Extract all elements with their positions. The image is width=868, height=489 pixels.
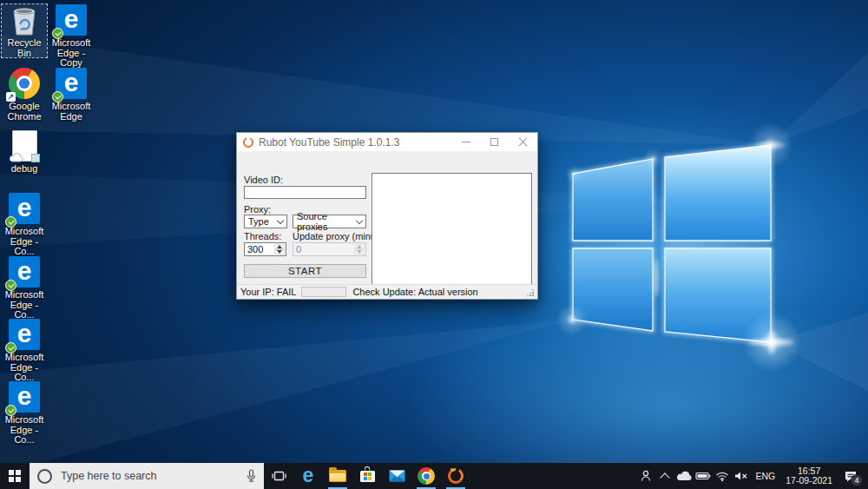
desktop-icon-label: MicrosoftEdge - Co... xyxy=(1,227,48,257)
sync-check-badge xyxy=(5,342,16,354)
edge-icon: e xyxy=(9,256,40,287)
edge-icon: e xyxy=(9,319,40,350)
chevron-down-icon xyxy=(277,217,284,224)
window-title: Rubot YouTube Simple 1.0.1.3 xyxy=(259,136,399,149)
desktop-icon-edge-copy-2[interactable]: e MicrosoftEdge - Co... xyxy=(1,192,48,257)
edge-icon: e xyxy=(56,4,87,36)
taskbar-store-button[interactable] xyxy=(352,463,382,489)
desktop-icon-label: GoogleChrome xyxy=(7,102,41,122)
edge-letter: e xyxy=(17,255,32,287)
proxy-source-select[interactable]: Source proxies xyxy=(293,215,366,228)
shortcut-arrow-badge: ↗ xyxy=(6,92,16,102)
sync-check-badge xyxy=(5,405,16,416)
chrome-icon: ↗ xyxy=(9,68,40,99)
file-icon xyxy=(12,130,37,162)
taskbar-rubot-button[interactable] xyxy=(441,463,470,489)
desktop-icon-label: MicrosoftEdge - Co... xyxy=(1,415,48,446)
proxy-source-value: Source proxies xyxy=(297,211,357,232)
desktop-icon-edge-copy-5[interactable]: e MicrosoftEdge - Co... xyxy=(1,380,48,446)
desktop-icon-label: Recycle Bin xyxy=(1,38,48,58)
edge-icon: e xyxy=(303,466,314,486)
rubot-icon xyxy=(448,468,464,484)
proxy-label: Proxy: xyxy=(244,204,271,215)
edge-letter: e xyxy=(17,192,32,223)
close-icon xyxy=(518,137,529,148)
sync-check-badge xyxy=(52,91,63,102)
cloud-overlay-icon xyxy=(9,153,23,162)
resize-grip[interactable] xyxy=(526,288,534,296)
desktop-icon-edge-copy-3[interactable]: e MicrosoftEdge - Co... xyxy=(1,255,48,320)
onedrive-button[interactable] xyxy=(674,463,694,489)
threads-spinner[interactable] xyxy=(244,242,286,256)
chrome-icon xyxy=(418,467,435,485)
recycle-bin-icon xyxy=(8,3,41,36)
language-indicator[interactable]: ENG xyxy=(751,471,781,481)
microsoft-store-icon xyxy=(360,471,375,482)
system-tray: ENG 16:57 17-09-2021 4 xyxy=(636,463,868,489)
volume-button[interactable] xyxy=(732,463,751,489)
edge-letter: e xyxy=(17,318,32,349)
edge-letter: e xyxy=(64,3,79,35)
taskbar-search[interactable] xyxy=(30,463,264,489)
edge-letter: e xyxy=(64,67,79,98)
titlebar[interactable]: Rubot YouTube Simple 1.0.1.3 xyxy=(237,133,537,151)
log-listbox[interactable] xyxy=(372,173,532,299)
taskbar-mail-button[interactable] xyxy=(382,463,411,489)
update-proxy-input xyxy=(293,243,354,255)
desktop-icon-edge-copy[interactable]: e MicrosoftEdge - Copy xyxy=(48,3,95,69)
sync-check-badge xyxy=(52,28,63,39)
status-ip-label: Your IP: FAIL xyxy=(240,287,296,297)
close-button[interactable] xyxy=(509,133,537,151)
hidden-icons-button[interactable] xyxy=(655,463,674,489)
taskbar-chrome-button[interactable] xyxy=(411,463,441,489)
task-view-button[interactable] xyxy=(264,463,293,489)
desktop-icon-recycle-bin[interactable]: Recycle Bin xyxy=(1,3,48,58)
edge-icon: e xyxy=(9,381,40,413)
clock[interactable]: 16:57 17-09-2021 xyxy=(780,466,838,486)
edge-icon: e xyxy=(56,68,87,99)
desktop-icon-edge[interactable]: e MicrosoftEdge xyxy=(48,67,95,122)
threads-input[interactable] xyxy=(245,243,274,255)
taskbar-edge-button[interactable]: e xyxy=(293,463,323,489)
microphone-icon[interactable] xyxy=(247,469,256,483)
threads-label: Threads: xyxy=(244,231,281,241)
windows-logo-icon xyxy=(9,470,21,482)
edge-icon: e xyxy=(9,193,40,224)
desktop: Recycle Bin e MicrosoftEdge - Copy ↗ Goo… xyxy=(0,0,868,489)
desktop-icon-label: MicrosoftEdge - Co... xyxy=(1,353,48,383)
video-id-label: Video ID: xyxy=(244,175,283,185)
start-button[interactable]: START xyxy=(244,264,366,278)
desktop-icon-edge-copy-4[interactable]: e MicrosoftEdge - Co... xyxy=(1,318,48,383)
start-menu-button[interactable] xyxy=(0,463,30,489)
people-button[interactable] xyxy=(636,463,655,489)
mail-icon xyxy=(389,470,405,482)
search-input[interactable] xyxy=(59,469,240,483)
battery-icon xyxy=(695,471,711,481)
taskbar-file-explorer-button[interactable] xyxy=(323,463,352,489)
status-update-label: Check Update: Actual version xyxy=(352,287,477,297)
spinner-down-button xyxy=(354,249,365,254)
people-icon xyxy=(639,469,653,483)
status-ip-input[interactable] xyxy=(301,287,346,297)
action-center-button[interactable]: 4 xyxy=(838,463,864,489)
cortana-icon xyxy=(37,469,52,484)
desktop-icon-google-chrome[interactable]: ↗ GoogleChrome xyxy=(1,67,48,122)
wifi-button[interactable] xyxy=(713,463,732,489)
battery-button[interactable] xyxy=(694,463,713,489)
sync-check-badge xyxy=(5,216,16,228)
edge-letter: e xyxy=(17,380,32,412)
minimize-button[interactable] xyxy=(451,133,480,151)
status-bar: Your IP: FAIL Check Update: Actual versi… xyxy=(237,284,537,299)
maximize-button[interactable] xyxy=(480,133,509,151)
spinner-down-button[interactable] xyxy=(274,249,285,254)
update-proxy-spinner xyxy=(293,242,366,256)
taskbar: e xyxy=(0,463,868,489)
task-view-icon xyxy=(272,470,286,482)
maximize-icon xyxy=(490,138,498,146)
video-id-input[interactable] xyxy=(244,186,366,199)
proxy-type-select[interactable]: Type xyxy=(244,215,287,228)
sync-check-badge xyxy=(5,280,16,291)
desktop-icon-debug[interactable]: debug xyxy=(1,129,48,175)
note-overlay-icon xyxy=(31,154,40,162)
notification-badge: 4 xyxy=(851,474,863,486)
